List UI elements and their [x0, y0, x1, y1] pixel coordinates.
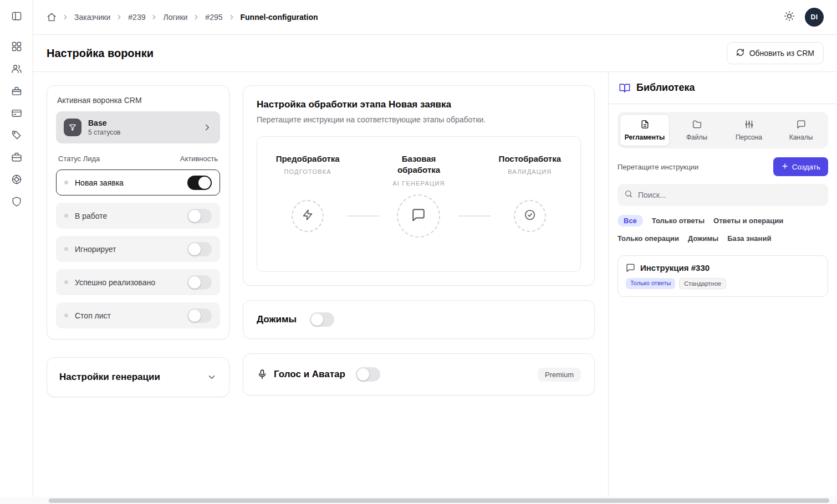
tab-files[interactable]: Файлы: [672, 114, 722, 146]
filter-chip-all[interactable]: Все: [617, 215, 643, 227]
chevron-right-icon: [228, 13, 236, 21]
sidebar-item-toolbox[interactable]: [7, 82, 27, 102]
instruction-badges: Только ответы Стандартное: [626, 278, 820, 289]
status-activity-toggle[interactable]: [187, 242, 212, 256]
status-label: Успешно реализовано: [75, 278, 155, 287]
home-icon[interactable]: [47, 12, 57, 22]
tab-reglaments[interactable]: Регламенты: [620, 114, 670, 146]
stage-title: Постобработка: [491, 153, 569, 164]
target-icon: [11, 174, 22, 187]
funnel-selected-info: Base 5 статусов: [88, 119, 120, 136]
status-dot: [64, 247, 68, 251]
voice-avatar-toggle[interactable]: [356, 367, 380, 382]
book-open-icon: [619, 82, 631, 94]
stage-connector-line: [458, 215, 491, 217]
generation-settings-panel[interactable]: Настройки генерации: [47, 357, 229, 397]
chevron-down-icon: [207, 372, 217, 382]
chat-bubble-icon: [797, 120, 806, 131]
status-row-stoplist[interactable]: Стоп лист: [56, 302, 220, 328]
breadcrumb-item-239[interactable]: #239: [128, 13, 145, 22]
main-shell: Заказчики #239 Логики #295 Funnel-config…: [33, 0, 837, 504]
create-instruction-button[interactable]: Создать: [773, 157, 828, 176]
sidebar-toggle-button[interactable]: [7, 7, 27, 27]
horizontal-scrollbar-thumb[interactable]: [49, 498, 829, 503]
status-dot: [64, 313, 68, 317]
folder-icon: [692, 120, 702, 131]
sidebar-item-tags[interactable]: [7, 126, 27, 146]
instruction-card[interactable]: Инструкция #330 Только ответы Стандартно…: [617, 255, 828, 297]
chevron-right-icon: [192, 13, 200, 21]
instruction-title-row: Инструкция #330: [626, 263, 820, 272]
shield-icon: [11, 196, 22, 209]
briefcase-icon: [11, 152, 22, 165]
sidebar-item-security[interactable]: [7, 193, 27, 213]
theme-toggle-button[interactable]: [784, 11, 795, 24]
stage-panel-subtitle: Перетащите инструкции на соответствующие…: [257, 115, 581, 124]
toolbox-icon: [11, 85, 22, 99]
tab-persona[interactable]: Персона: [724, 114, 774, 146]
filter-chip-answers-and-operations[interactable]: Ответы и операции: [713, 215, 783, 227]
search-input[interactable]: [638, 191, 821, 199]
library-panel: Библиотека Регламенты Файлы Персона: [608, 72, 837, 504]
library-title: Библиотека: [636, 82, 695, 94]
horizontal-scrollbar: [0, 497, 837, 504]
wallet-icon: [11, 107, 22, 121]
column-status-label: Статус Лида: [58, 155, 100, 163]
create-button-label: Создать: [792, 163, 820, 171]
library-create-row: Перетащите инструкции Создать: [609, 156, 837, 184]
stage-caption: ПОДГОТОВКА: [268, 168, 347, 175]
generation-settings-title: Настройки генерации: [59, 372, 160, 383]
status-activity-toggle[interactable]: [187, 209, 212, 223]
users-icon: [11, 63, 22, 76]
status-activity-toggle[interactable]: [187, 275, 212, 290]
funnel-panel-title: Активная воронка CRM: [57, 96, 219, 105]
center-column: Настройка обработки этапа Новая заявка П…: [243, 85, 595, 491]
stage-caption: AI ГЕНЕРАЦИЯ: [379, 180, 458, 187]
tab-label: Файлы: [686, 133, 707, 141]
status-row-ignores[interactable]: Игнорирует: [56, 236, 220, 262]
sidebar-item-briefcase[interactable]: [7, 148, 27, 168]
breadcrumb-item-logics[interactable]: Логики: [163, 13, 187, 22]
status-row-new-lead[interactable]: Новая заявка: [56, 169, 220, 196]
voice-avatar-title: Голос и Аватар: [274, 369, 345, 380]
funnel-selector[interactable]: Base 5 статусов: [56, 111, 220, 143]
filter-chip-answers-only[interactable]: Только ответы: [652, 215, 705, 227]
status-label: Стоп лист: [75, 311, 111, 320]
refresh-from-crm-button[interactable]: Обновить из CRM: [727, 42, 824, 64]
sidebar-item-dashboard[interactable]: [7, 38, 27, 58]
page-title: Настройка воронки: [47, 47, 154, 60]
tab-label: Каналы: [789, 133, 813, 141]
funnel-icon: [64, 119, 81, 136]
stage-drop-zone-base[interactable]: [397, 194, 440, 238]
sidebar-item-users[interactable]: [7, 60, 27, 80]
refresh-icon: [736, 48, 744, 58]
filter-chip-operations-only[interactable]: Только операции: [617, 233, 679, 244]
tab-channels[interactable]: Каналы: [776, 114, 826, 146]
stage-drop-zone-preprocessing[interactable]: [292, 200, 324, 232]
status-row-in-progress[interactable]: В работе: [56, 203, 220, 229]
user-avatar[interactable]: DI: [805, 8, 824, 27]
status-row-success[interactable]: Успешно реализовано: [56, 269, 220, 295]
stage-processing-panel: Настройка обработки этапа Новая заявка П…: [243, 85, 595, 286]
check-circle-icon: [524, 209, 536, 223]
sidebar-item-target[interactable]: [7, 171, 27, 191]
app-root: Заказчики #239 Логики #295 Funnel-config…: [0, 0, 837, 504]
toggle-knob: [198, 177, 211, 189]
drag-hint-text: Перетащите инструкции: [617, 163, 698, 171]
toggle-knob: [357, 368, 369, 380]
status-activity-toggle[interactable]: [187, 176, 212, 190]
panel-left-icon: [11, 11, 22, 24]
stage-panel-title: Настройка обработки этапа Новая заявка: [257, 99, 581, 110]
filter-chip-followups[interactable]: Дожимы: [688, 233, 718, 244]
chevron-right-icon: [202, 122, 212, 132]
breadcrumb-item-customers[interactable]: Заказчики: [74, 13, 110, 22]
sidebar-item-wallet[interactable]: [7, 104, 27, 124]
toggle-knob: [188, 243, 201, 255]
followups-toggle[interactable]: [310, 312, 334, 327]
filter-chip-knowledge-base[interactable]: База знаний: [727, 233, 771, 244]
plus-icon: [781, 162, 789, 172]
chevron-right-icon: [150, 13, 158, 21]
status-activity-toggle[interactable]: [187, 308, 212, 323]
stage-drop-zone-postprocessing[interactable]: [514, 200, 546, 232]
breadcrumb-item-295[interactable]: #295: [205, 13, 222, 22]
